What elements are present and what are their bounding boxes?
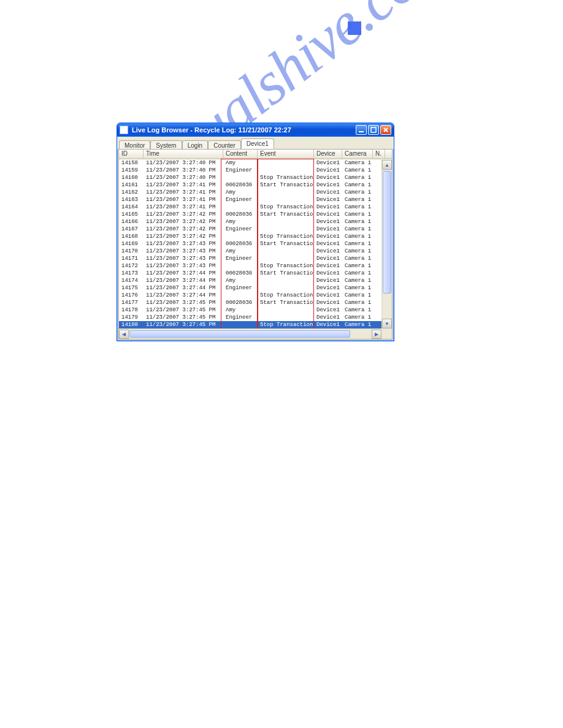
cell-id: 14178 (119, 306, 144, 314)
cell-time: 11/23/2007 3:27:40 PM (144, 174, 223, 181)
table-row[interactable]: 1417811/23/2007 3:27:45 PMAmyDevice1Came… (119, 306, 392, 314)
tab-device1[interactable]: Device1 (241, 138, 274, 149)
cell-device: Device1 (314, 196, 342, 203)
column-header-camera[interactable]: Camera (342, 150, 373, 159)
table-row[interactable]: 1417511/23/2007 3:27:44 PMEngineerDevice… (119, 284, 392, 292)
cell-id: 14167 (119, 226, 144, 233)
cell-time: 11/23/2007 3:27:44 PM (144, 277, 223, 284)
table-row[interactable]: 1417711/23/2007 3:27:45 PM00028036Start … (119, 299, 392, 306)
scroll-right-button[interactable]: ▶ (372, 330, 381, 339)
cell-event (258, 189, 314, 196)
table-row[interactable]: 1418011/23/2007 3:27:45 PMStop Transacti… (119, 321, 392, 328)
column-header-content[interactable]: Content (223, 150, 258, 159)
cell-time: 11/23/2007 3:27:41 PM (144, 181, 223, 189)
table-row[interactable]: 1416011/23/2007 3:27:40 PMStop Transacti… (119, 174, 392, 181)
table-row[interactable]: 1417111/23/2007 3:27:43 PMEngineerDevice… (119, 255, 392, 262)
table-row[interactable]: 1417911/23/2007 3:27:45 PMEngineerDevice… (119, 314, 392, 321)
tab-login[interactable]: Login (182, 140, 208, 150)
cell-camera: Camera 1 (342, 226, 373, 233)
cell-content: Engineer (223, 284, 258, 292)
cell-device: Device1 (314, 255, 342, 262)
cell-content: Amy (223, 189, 258, 196)
table-row[interactable]: 1416111/23/2007 3:27:41 PM00028036Start … (119, 181, 392, 189)
table-row[interactable]: 1416311/23/2007 3:27:41 PMEngineerDevice… (119, 196, 392, 203)
column-header-event[interactable]: Event (258, 150, 314, 159)
cell-content: Engineer (223, 167, 258, 174)
cell-content: Amy (223, 277, 258, 284)
tab-counter[interactable]: Counter (208, 140, 241, 150)
maximize-button[interactable] (368, 125, 379, 135)
cell-id: 14169 (119, 240, 144, 248)
tab-system[interactable]: System (150, 140, 182, 150)
tab-monitor[interactable]: Monitor (119, 140, 150, 150)
titlebar[interactable]: Live Log Browser - Recycle Log: 11/21/20… (117, 123, 394, 137)
cell-camera: Camera 1 (342, 314, 373, 321)
cell-id: 14177 (119, 299, 144, 306)
table-row[interactable]: 1417611/23/2007 3:27:44 PMStop Transacti… (119, 292, 392, 299)
cell-device: Device1 (314, 181, 342, 189)
cell-content: Engineer (223, 196, 258, 203)
column-header-n[interactable]: N. (373, 150, 385, 159)
window-buttons (356, 125, 391, 135)
cell-camera: Camera 1 (342, 299, 373, 306)
cell-camera: Camera 1 (342, 248, 373, 255)
tab-label: Counter (213, 142, 236, 149)
cell-id: 14158 (119, 159, 144, 167)
cell-device: Device1 (314, 233, 342, 240)
scroll-down-button[interactable]: ▼ (382, 319, 392, 328)
table-row[interactable]: 1417411/23/2007 3:27:44 PMAmyDevice1Came… (119, 277, 392, 284)
table-row[interactable]: 1415811/23/2007 3:27:40 PMAmyDevice1Came… (119, 159, 392, 167)
cell-device: Device1 (314, 321, 342, 328)
cell-content: Amy (223, 306, 258, 314)
minimize-icon (358, 127, 364, 133)
cell-content (223, 262, 258, 270)
chevron-left-icon: ◀ (122, 332, 126, 337)
cell-camera: Camera 1 (342, 255, 373, 262)
cell-camera: Camera 1 (342, 189, 373, 196)
cell-device: Device1 (314, 211, 342, 218)
column-header-time[interactable]: Time (144, 150, 223, 159)
horizontal-scroll-thumb[interactable] (129, 330, 350, 338)
cell-device: Device1 (314, 284, 342, 292)
vertical-scroll-thumb[interactable] (383, 171, 391, 294)
cell-event: Stop Transaction (258, 174, 314, 181)
cell-content: 00028036 (223, 299, 258, 306)
table-row[interactable]: 1416611/23/2007 3:27:42 PMAmyDevice1Came… (119, 218, 392, 226)
table-row[interactable]: 1417211/23/2007 3:27:43 PMStop Transacti… (119, 262, 392, 270)
cell-event (258, 226, 314, 233)
table-row[interactable]: 1416511/23/2007 3:27:42 PM00028036Start … (119, 211, 392, 218)
cell-device: Device1 (314, 292, 342, 299)
cell-time: 11/23/2007 3:27:43 PM (144, 240, 223, 248)
window-title: Live Log Browser - Recycle Log: 11/21/20… (132, 126, 356, 134)
cell-time: 11/23/2007 3:27:43 PM (144, 255, 223, 262)
table-row[interactable]: 1416911/23/2007 3:27:43 PM00028036Start … (119, 240, 392, 248)
cell-device: Device1 (314, 270, 342, 277)
table-row[interactable]: 1416411/23/2007 3:27:41 PMStop Transacti… (119, 203, 392, 211)
table-row[interactable]: 1417011/23/2007 3:27:43 PMAmyDevice1Came… (119, 248, 392, 255)
table-row[interactable]: 1416811/23/2007 3:27:42 PMStop Transacti… (119, 233, 392, 240)
table-row[interactable]: 1416711/23/2007 3:27:42 PMEngineerDevice… (119, 226, 392, 233)
cell-content: Amy (223, 159, 258, 167)
table-row[interactable]: 1416211/23/2007 3:27:41 PMAmyDevice1Came… (119, 189, 392, 196)
column-header-device[interactable]: Device (314, 150, 342, 159)
cell-event: Stop Transaction (258, 262, 314, 270)
column-header-id[interactable]: ID (119, 150, 144, 159)
scroll-left-button[interactable]: ◀ (119, 330, 129, 339)
cell-event (258, 284, 314, 292)
cell-camera: Camera 1 (342, 306, 373, 314)
chevron-down-icon: ▼ (385, 321, 389, 327)
close-button[interactable] (380, 125, 391, 135)
scroll-up-button[interactable]: ▲ (382, 160, 392, 170)
table-row[interactable]: 1417311/23/2007 3:27:44 PM00028036Start … (119, 270, 392, 277)
table-row[interactable]: 1415911/23/2007 3:27:40 PMEngineerDevice… (119, 167, 392, 174)
cell-time: 11/23/2007 3:27:42 PM (144, 233, 223, 240)
maximize-icon (370, 127, 377, 133)
cell-time: 11/23/2007 3:27:45 PM (144, 314, 223, 321)
cell-camera: Camera 1 (342, 218, 373, 226)
cell-id: 14173 (119, 270, 144, 277)
horizontal-scrollbar[interactable]: ◀ ▶ (119, 328, 392, 339)
cell-device: Device1 (314, 277, 342, 284)
minimize-button[interactable] (356, 125, 367, 135)
vertical-scrollbar[interactable]: ▲ ▼ (381, 160, 392, 328)
table-body[interactable]: 1415811/23/2007 3:27:40 PMAmyDevice1Came… (119, 159, 392, 328)
